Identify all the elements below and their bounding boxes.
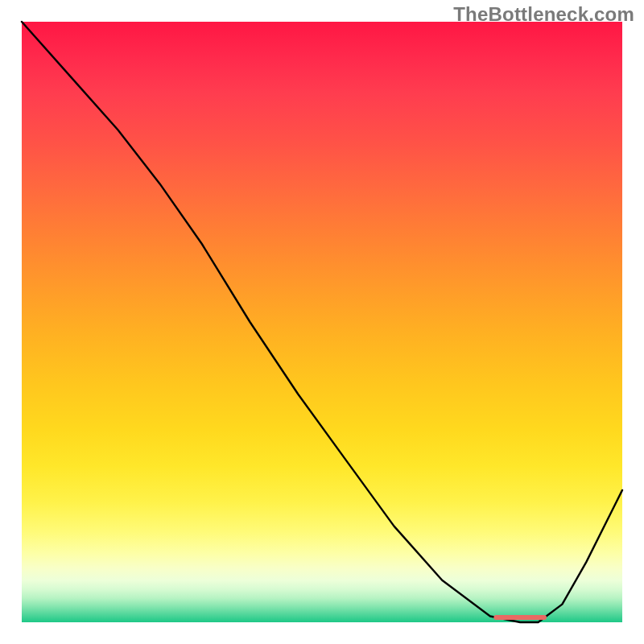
chart-stage: TheBottleneck.com xyxy=(0,0,644,644)
bottleneck-curve xyxy=(22,22,622,622)
chart-svg xyxy=(22,22,622,622)
